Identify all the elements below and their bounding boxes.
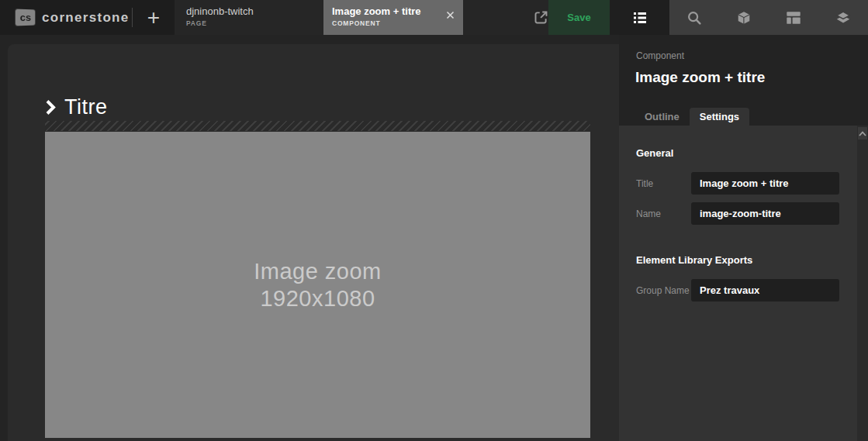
search-panel-button[interactable] <box>669 0 719 35</box>
tab-component-image-zoom-titre[interactable]: Image zoom + titre COMPONENT <box>323 0 463 35</box>
inspector-kicker: Component <box>636 50 684 61</box>
placeholder-label: Image zoom <box>254 258 382 285</box>
panel-scrollbar[interactable] <box>857 126 868 441</box>
chevron-right-icon <box>45 99 57 115</box>
placeholder-dimensions: 1920x1080 <box>260 285 375 312</box>
document-tabs: djninonb-twitch PAGE Image zoom + titre … <box>175 0 610 35</box>
inspector-title: Image zoom + titre <box>635 69 765 86</box>
page-preview-surface[interactable]: Titre Image zoom 1920x1080 <box>8 44 619 441</box>
field-row-title: Title <box>636 172 839 195</box>
tab-settings[interactable]: Settings <box>690 108 749 126</box>
section-heading: General <box>636 147 839 159</box>
external-link-icon <box>533 9 549 26</box>
tab-outline[interactable]: Outline <box>635 108 690 126</box>
tab-page-djninonb-twitch[interactable]: djninonb-twitch PAGE <box>175 0 323 35</box>
field-row-group-name: Group Name <box>636 279 839 301</box>
section-general: General Title Name <box>636 147 839 225</box>
plus-icon: + <box>147 5 160 30</box>
settings-content: General Title Name Element Library Expor… <box>619 126 868 441</box>
component-heading[interactable]: Titre <box>45 95 108 119</box>
field-row-name: Name <box>636 202 839 225</box>
inspector-panel: Component Image zoom + titre Outline Set… <box>619 35 868 441</box>
image-zoom-placeholder[interactable]: Image zoom 1920x1080 <box>45 132 590 438</box>
brand-logo[interactable]: cs cornerstone <box>0 0 132 35</box>
field-label: Group Name <box>636 285 691 296</box>
tab-title: djninonb-twitch <box>186 5 323 18</box>
elements-panel-button[interactable] <box>719 0 769 35</box>
templates-panel-button[interactable] <box>769 0 818 35</box>
settings-form: General Title Name Element Library Expor… <box>619 126 868 301</box>
close-icon[interactable] <box>444 9 456 21</box>
save-button[interactable]: Save <box>548 0 610 35</box>
search-icon <box>686 9 703 26</box>
empty-space-hatch[interactable] <box>45 121 590 131</box>
inspector-tabs: Outline Settings <box>635 108 749 126</box>
field-label: Title <box>636 178 691 189</box>
name-field[interactable] <box>691 202 839 225</box>
section-heading: Element Library Exports <box>636 254 839 266</box>
layout-icon <box>785 9 802 26</box>
cube-icon <box>735 9 752 26</box>
group-name-field[interactable] <box>691 279 839 301</box>
heading-text: Titre <box>64 95 108 119</box>
field-label: Name <box>636 208 691 219</box>
outline-panel-button[interactable] <box>610 0 669 35</box>
cs-logo-icon: cs <box>16 9 36 26</box>
scroll-up-button[interactable] <box>858 127 867 140</box>
top-bar: cs cornerstone + djninonb-twitch PAGE Im… <box>0 0 868 35</box>
scroll-up-icon <box>859 131 866 136</box>
tab-kind-label: PAGE <box>186 19 323 27</box>
cornerstone-editor: cs cornerstone + djninonb-twitch PAGE Im… <box>0 0 868 441</box>
add-tab-button[interactable]: + <box>133 0 175 35</box>
section-element-library-exports: Element Library Exports Group Name <box>636 254 839 301</box>
inspector-header: Component Image zoom + titre Outline Set… <box>619 35 868 126</box>
list-icon <box>631 9 648 26</box>
canvas-area: Titre Image zoom 1920x1080 <box>0 35 619 441</box>
title-field[interactable] <box>691 172 839 195</box>
workspace-icon-bar <box>610 0 868 35</box>
layers-panel-button[interactable] <box>818 0 868 35</box>
layers-icon <box>835 9 852 26</box>
wordmark: cornerstone <box>42 10 130 26</box>
